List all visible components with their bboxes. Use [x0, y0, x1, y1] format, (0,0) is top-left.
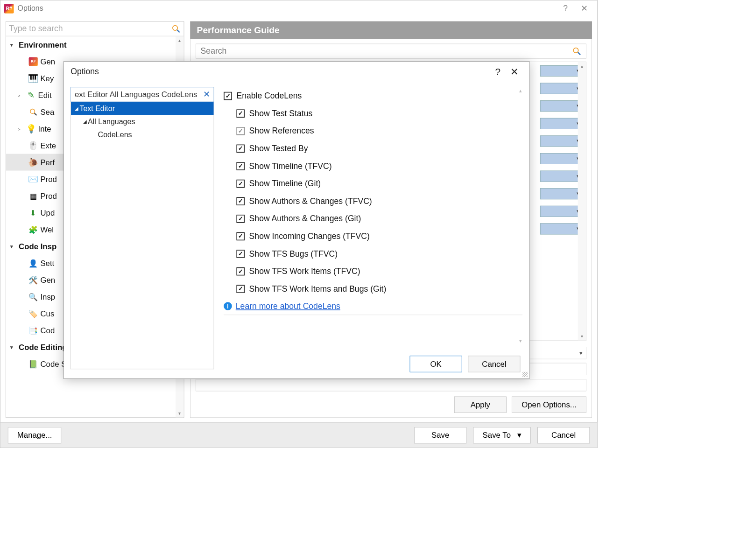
share-icon: 📗 — [28, 359, 38, 369]
modal-tree-item[interactable]: ◢All Languages — [71, 115, 214, 128]
codelens-option[interactable]: Enable CodeLens — [224, 87, 522, 105]
search-icon — [171, 24, 181, 34]
codelens-option[interactable]: Show TFS Bugs (TFVC) — [224, 245, 522, 263]
clear-search-icon[interactable]: ✕ — [203, 90, 210, 99]
modal-tree[interactable]: ◢Text Editor◢All LanguagesCodeLens — [70, 102, 214, 369]
modal-titlebar: Options ? ✕ — [64, 62, 529, 82]
text-field[interactable] — [196, 379, 586, 391]
checkbox[interactable] — [224, 91, 232, 100]
setting-dropdown[interactable] — [540, 65, 583, 77]
inner-options-dialog: Options ? ✕ ext Editor All Languages Cod… — [63, 61, 529, 379]
modal-footer: OK Cancel — [64, 350, 529, 378]
grid-icon: ▦ — [28, 191, 38, 201]
modal-search-value: ext Editor All Languages CodeLens — [75, 90, 197, 99]
mail-icon: ✉️ — [28, 174, 38, 184]
user-icon: 👤 — [28, 258, 38, 268]
panel-scrollbar[interactable]: ▴▾ — [578, 62, 586, 341]
panel-search[interactable] — [196, 44, 586, 59]
codelens-option[interactable]: Show TFS Work Items and Bugs (Git) — [224, 280, 522, 298]
search-icon — [572, 46, 582, 56]
codelens-option[interactable]: Show Test Status — [224, 105, 522, 122]
setting-dropdown[interactable] — [540, 135, 583, 147]
checkbox[interactable] — [236, 127, 245, 135]
panel-search-input[interactable] — [201, 46, 572, 56]
modal-title: Options — [70, 67, 99, 77]
resize-grip-icon[interactable] — [522, 372, 528, 377]
setting-dropdown[interactable] — [540, 83, 583, 94]
inspect-icon: 🔍 — [28, 292, 38, 301]
bulb-icon: 💡 — [26, 124, 36, 133]
dialog-footer: Manage... Save Save To ▾ Cancel — [0, 422, 597, 448]
codelens-option[interactable]: Show Tested By — [224, 140, 522, 157]
info-icon: i — [224, 302, 232, 310]
svg-line-5 — [578, 52, 580, 55]
setting-dropdown[interactable] — [540, 170, 583, 182]
modal-close-button[interactable]: ✕ — [506, 66, 522, 77]
svg-line-1 — [177, 30, 179, 32]
apply-button[interactable]: Apply — [454, 397, 507, 413]
svg-point-4 — [573, 48, 578, 53]
checkbox[interactable] — [236, 162, 245, 170]
svg-point-0 — [173, 26, 177, 30]
modal-tree-item[interactable]: CodeLens — [71, 128, 214, 141]
modal-options-panel: ▴▾ Enable CodeLensShow Test StatusShow R… — [224, 87, 522, 344]
setting-dropdown[interactable] — [540, 153, 583, 164]
checkbox[interactable] — [236, 215, 245, 223]
snail-icon: 🐌 — [28, 157, 38, 167]
close-button[interactable]: ✕ — [575, 4, 593, 14]
codelens-option[interactable]: Show Timeline (Git) — [224, 175, 522, 192]
codelens-option[interactable]: Show Authors & Changes (TFVC) — [224, 192, 522, 210]
save-button[interactable]: Save — [414, 427, 466, 443]
checkbox[interactable] — [236, 267, 245, 275]
puzzle-icon: 🧩 — [28, 224, 38, 234]
modal-cancel-button[interactable]: Cancel — [468, 356, 520, 372]
checkbox[interactable] — [236, 232, 245, 240]
codelens-option[interactable]: Show Authors & Changes (Git) — [224, 210, 522, 228]
modal-search[interactable]: ext Editor All Languages CodeLens ✕ — [70, 87, 214, 102]
setting-dropdown[interactable] — [540, 118, 583, 129]
setting-dropdown[interactable] — [540, 205, 583, 217]
tools-icon: 🛠️ — [28, 275, 38, 285]
panel-title: Performance Guide — [190, 21, 592, 39]
open-options-button[interactable]: Open Options... — [512, 397, 586, 413]
svg-line-3 — [35, 113, 37, 115]
learn-more-link[interactable]: iLearn more about CodeLens — [224, 300, 522, 311]
r#-icon: R# — [28, 56, 38, 66]
checkbox[interactable] — [236, 250, 245, 258]
checkbox[interactable] — [236, 197, 245, 205]
modal-scrollbar[interactable]: ▴▾ — [516, 87, 524, 344]
modal-help-button[interactable]: ? — [490, 66, 506, 77]
manage-button[interactable]: Manage... — [8, 427, 62, 443]
codelens-option[interactable]: Show Incoming Changes (TFVC) — [224, 227, 522, 245]
checkbox[interactable] — [236, 144, 245, 153]
modal-tree-item[interactable]: ◢Text Editor — [71, 102, 214, 115]
codelens-option[interactable]: Show Timeline (TFVC) — [224, 157, 522, 175]
checkbox[interactable] — [236, 109, 245, 118]
codelens-option[interactable]: Show TFS Work Items (TFVC) — [224, 262, 522, 280]
help-button[interactable]: ? — [556, 4, 575, 14]
app-icon: R# — [4, 4, 14, 14]
save-to-button[interactable]: Save To ▾ — [473, 427, 531, 443]
sidebar-search-input[interactable] — [9, 24, 171, 34]
setting-dropdown[interactable] — [540, 188, 583, 199]
svg-point-2 — [30, 109, 35, 113]
pencil-icon: ✎ — [26, 90, 36, 100]
cancel-button[interactable]: Cancel — [537, 427, 590, 443]
setting-dropdown[interactable] — [540, 100, 583, 112]
checkbox[interactable] — [236, 285, 245, 293]
checkbox[interactable] — [236, 179, 245, 188]
window-title: Options — [18, 4, 43, 13]
download-icon: ⬇ — [28, 208, 38, 217]
search-icon — [28, 107, 38, 117]
modal-ok-button[interactable]: OK — [410, 356, 462, 372]
sidebar-search[interactable] — [6, 21, 184, 36]
keys-icon: 🎹 — [28, 73, 38, 83]
codelens-option[interactable]: Show References — [224, 122, 522, 140]
setting-dropdown[interactable] — [540, 223, 583, 234]
code-icon: 📑 — [28, 325, 38, 335]
titlebar: R# Options ? ✕ — [0, 0, 597, 16]
mouse-icon: 🖱️ — [28, 140, 38, 150]
tree-item[interactable]: ▾Environment — [6, 36, 184, 53]
tag-icon: 🏷️ — [28, 308, 38, 318]
